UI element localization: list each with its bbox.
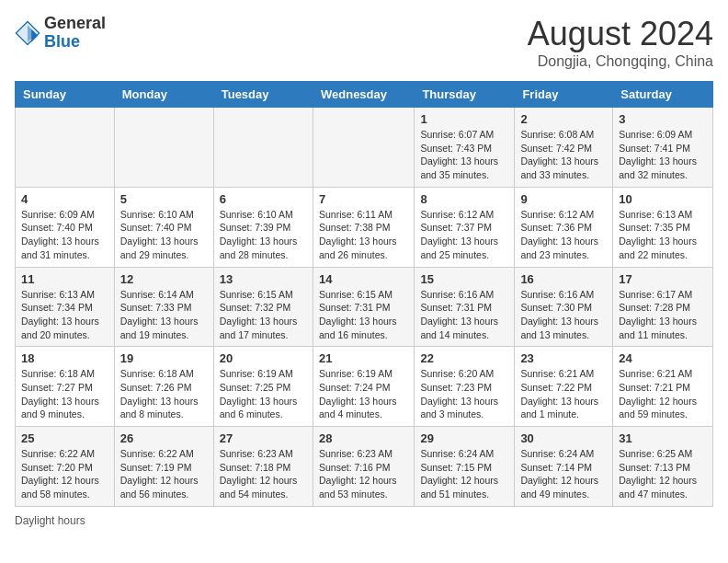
day-info: Sunrise: 6:12 AMSunset: 7:37 PMDaylight:… [420,208,508,262]
week-row-5: 25Sunrise: 6:22 AMSunset: 7:20 PMDayligh… [16,427,713,507]
day-info: Sunrise: 6:10 AMSunset: 7:39 PMDaylight:… [220,208,307,262]
day-number: 27 [220,431,307,445]
day-info: Sunrise: 6:11 AMSunset: 7:38 PMDaylight:… [319,208,408,262]
day-number: 31 [619,431,707,445]
logo-icon [15,20,40,46]
day-info: Sunrise: 6:19 AMSunset: 7:24 PMDaylight:… [319,367,408,421]
calendar-cell: 19Sunrise: 6:18 AMSunset: 7:26 PMDayligh… [114,347,213,427]
calendar-cell: 4Sunrise: 6:09 AMSunset: 7:40 PMDaylight… [16,187,115,267]
day-header-wednesday: Wednesday [313,82,414,108]
day-number: 11 [21,272,108,286]
day-info: Sunrise: 6:23 AMSunset: 7:18 PMDaylight:… [220,447,307,501]
day-number: 15 [420,272,508,286]
day-number: 10 [619,192,707,206]
day-info: Sunrise: 6:09 AMSunset: 7:41 PMDaylight:… [619,128,707,182]
day-number: 29 [420,431,508,445]
day-info: Sunrise: 6:16 AMSunset: 7:31 PMDaylight:… [420,288,508,342]
day-info: Sunrise: 6:12 AMSunset: 7:36 PMDaylight:… [520,208,607,262]
calendar-cell: 9Sunrise: 6:12 AMSunset: 7:36 PMDaylight… [515,187,613,267]
day-info: Sunrise: 6:13 AMSunset: 7:35 PMDaylight:… [619,208,707,262]
day-number: 6 [220,192,307,206]
day-number: 23 [520,351,607,365]
calendar-cell: 6Sunrise: 6:10 AMSunset: 7:39 PMDaylight… [213,187,313,267]
calendar-cell: 8Sunrise: 6:12 AMSunset: 7:37 PMDaylight… [415,187,515,267]
calendar-cell: 27Sunrise: 6:23 AMSunset: 7:18 PMDayligh… [213,427,313,507]
day-number: 8 [420,192,508,206]
calendar-cell [114,108,213,188]
calendar-cell [213,108,313,188]
day-number: 20 [220,351,307,365]
calendar-cell: 26Sunrise: 6:22 AMSunset: 7:19 PMDayligh… [114,427,213,507]
subtitle: Dongjia, Chongqing, China [528,53,713,70]
calendar-cell [16,108,115,188]
header-row: SundayMondayTuesdayWednesdayThursdayFrid… [16,82,713,108]
calendar-cell: 3Sunrise: 6:09 AMSunset: 7:41 PMDaylight… [613,108,713,188]
daylight-label: Daylight hours [15,514,85,527]
calendar-cell: 14Sunrise: 6:15 AMSunset: 7:31 PMDayligh… [313,267,414,347]
day-info: Sunrise: 6:18 AMSunset: 7:27 PMDaylight:… [21,367,108,421]
calendar-cell: 15Sunrise: 6:16 AMSunset: 7:31 PMDayligh… [415,267,515,347]
day-info: Sunrise: 6:25 AMSunset: 7:13 PMDaylight:… [619,447,707,501]
calendar-cell: 29Sunrise: 6:24 AMSunset: 7:15 PMDayligh… [415,427,515,507]
day-number: 2 [520,112,607,126]
calendar-cell [313,108,414,188]
day-number: 1 [420,112,508,126]
main-title: August 2024 [528,15,713,53]
day-header-sunday: Sunday [16,82,115,108]
calendar-cell: 11Sunrise: 6:13 AMSunset: 7:34 PMDayligh… [16,267,115,347]
day-info: Sunrise: 6:23 AMSunset: 7:16 PMDaylight:… [319,447,408,501]
day-number: 28 [319,431,408,445]
day-header-thursday: Thursday [415,82,515,108]
day-number: 5 [120,192,208,206]
day-number: 4 [21,192,108,206]
day-info: Sunrise: 6:18 AMSunset: 7:26 PMDaylight:… [120,367,208,421]
day-number: 24 [619,351,707,365]
calendar-cell: 30Sunrise: 6:24 AMSunset: 7:14 PMDayligh… [515,427,613,507]
calendar-cell: 28Sunrise: 6:23 AMSunset: 7:16 PMDayligh… [313,427,414,507]
day-info: Sunrise: 6:09 AMSunset: 7:40 PMDaylight:… [21,208,108,262]
day-number: 25 [21,431,108,445]
day-info: Sunrise: 6:22 AMSunset: 7:20 PMDaylight:… [21,447,108,501]
page-header: General Blue August 2024 Dongjia, Chongq… [15,15,713,70]
day-number: 13 [220,272,307,286]
logo-line2: Blue [44,33,106,52]
calendar-cell: 5Sunrise: 6:10 AMSunset: 7:40 PMDaylight… [114,187,213,267]
day-info: Sunrise: 6:14 AMSunset: 7:33 PMDaylight:… [120,288,208,342]
day-number: 7 [319,192,408,206]
week-row-4: 18Sunrise: 6:18 AMSunset: 7:27 PMDayligh… [16,347,713,427]
day-header-saturday: Saturday [613,82,713,108]
day-info: Sunrise: 6:21 AMSunset: 7:22 PMDaylight:… [520,367,607,421]
day-info: Sunrise: 6:15 AMSunset: 7:31 PMDaylight:… [319,288,408,342]
day-header-tuesday: Tuesday [213,82,313,108]
week-row-2: 4Sunrise: 6:09 AMSunset: 7:40 PMDaylight… [16,187,713,267]
day-number: 30 [520,431,607,445]
day-info: Sunrise: 6:10 AMSunset: 7:40 PMDaylight:… [120,208,208,262]
title-block: August 2024 Dongjia, Chongqing, China [528,15,713,70]
day-number: 3 [619,112,707,126]
calendar-cell: 23Sunrise: 6:21 AMSunset: 7:22 PMDayligh… [515,347,613,427]
calendar-cell: 1Sunrise: 6:07 AMSunset: 7:43 PMDaylight… [415,108,515,188]
day-number: 18 [21,351,108,365]
day-info: Sunrise: 6:20 AMSunset: 7:23 PMDaylight:… [420,367,508,421]
day-number: 19 [120,351,208,365]
calendar-cell: 25Sunrise: 6:22 AMSunset: 7:20 PMDayligh… [16,427,115,507]
calendar-cell: 12Sunrise: 6:14 AMSunset: 7:33 PMDayligh… [114,267,213,347]
week-row-1: 1Sunrise: 6:07 AMSunset: 7:43 PMDaylight… [16,108,713,188]
day-info: Sunrise: 6:08 AMSunset: 7:42 PMDaylight:… [520,128,607,182]
calendar-cell: 31Sunrise: 6:25 AMSunset: 7:13 PMDayligh… [613,427,713,507]
day-info: Sunrise: 6:16 AMSunset: 7:30 PMDaylight:… [520,288,607,342]
day-number: 12 [120,272,208,286]
day-info: Sunrise: 6:17 AMSunset: 7:28 PMDaylight:… [619,288,707,342]
day-info: Sunrise: 6:15 AMSunset: 7:32 PMDaylight:… [220,288,307,342]
day-info: Sunrise: 6:19 AMSunset: 7:25 PMDaylight:… [220,367,307,421]
day-header-friday: Friday [515,82,613,108]
day-info: Sunrise: 6:13 AMSunset: 7:34 PMDaylight:… [21,288,108,342]
day-number: 21 [319,351,408,365]
day-number: 16 [520,272,607,286]
logo-line1: General [44,15,106,33]
calendar-cell: 13Sunrise: 6:15 AMSunset: 7:32 PMDayligh… [213,267,313,347]
day-number: 9 [520,192,607,206]
day-info: Sunrise: 6:07 AMSunset: 7:43 PMDaylight:… [420,128,508,182]
calendar-cell: 2Sunrise: 6:08 AMSunset: 7:42 PMDaylight… [515,108,613,188]
week-row-3: 11Sunrise: 6:13 AMSunset: 7:34 PMDayligh… [16,267,713,347]
